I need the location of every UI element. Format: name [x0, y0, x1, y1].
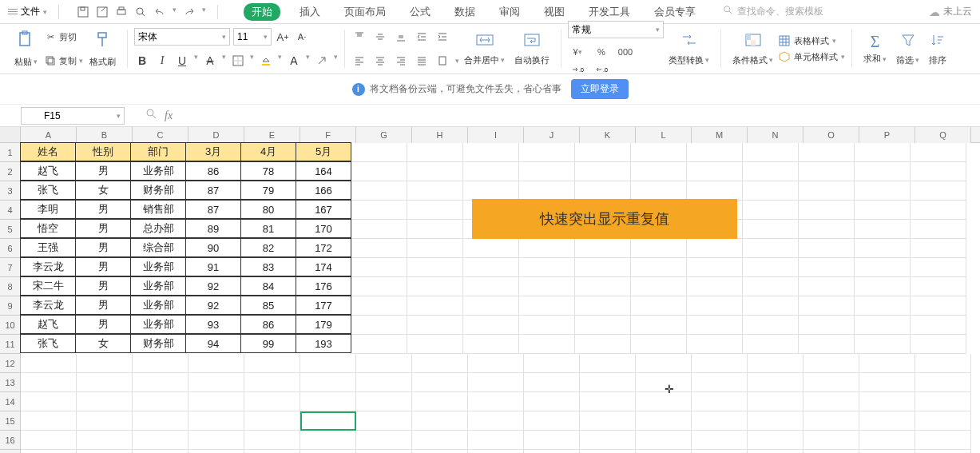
cell[interactable]: 176 — [296, 276, 351, 296]
cell[interactable] — [855, 220, 911, 239]
indent-decrease-icon[interactable] — [414, 29, 430, 45]
dropdown-icon[interactable]: ▾ — [202, 6, 206, 18]
cell[interactable] — [636, 373, 692, 392]
cell[interactable] — [244, 450, 300, 453]
cell[interactable] — [687, 143, 743, 162]
cell[interactable] — [687, 277, 743, 296]
cell[interactable] — [351, 162, 407, 181]
preview-icon[interactable] — [134, 6, 147, 18]
cell[interactable] — [636, 392, 692, 411]
cell[interactable]: 总办部 — [130, 219, 186, 238]
tab-page-layout[interactable]: 页面布局 — [339, 3, 391, 21]
column-header[interactable]: I — [468, 127, 524, 143]
cell[interactable]: 部门 — [130, 142, 186, 161]
cell[interactable] — [631, 335, 687, 354]
cell[interactable] — [743, 239, 799, 258]
increase-font-icon[interactable]: A+ — [275, 29, 291, 45]
cell[interactable]: 4月 — [240, 142, 296, 161]
formula-bar[interactable]: fx — [145, 108, 173, 123]
cell[interactable]: 男 — [75, 161, 131, 181]
border-button[interactable] — [230, 53, 246, 69]
cell[interactable] — [911, 181, 966, 201]
cell[interactable] — [21, 392, 77, 411]
row-header[interactable]: 9 — [0, 296, 21, 316]
cell[interactable] — [803, 354, 859, 373]
cell[interactable] — [575, 277, 631, 296]
cell[interactable] — [524, 354, 580, 373]
cell[interactable] — [859, 392, 915, 411]
cell[interactable]: 167 — [296, 200, 351, 219]
cell[interactable] — [631, 239, 687, 258]
cell[interactable] — [463, 239, 519, 258]
cell[interactable] — [855, 143, 911, 162]
cell[interactable] — [412, 431, 468, 450]
tab-data[interactable]: 数据 — [450, 3, 480, 21]
print-icon[interactable] — [115, 6, 128, 18]
cell[interactable]: 李云龙 — [20, 296, 76, 315]
row-header[interactable]: 10 — [0, 316, 21, 335]
cell[interactable] — [519, 277, 575, 296]
cell[interactable]: 91 — [185, 257, 241, 276]
cell[interactable] — [300, 354, 356, 373]
cell[interactable]: 男 — [75, 257, 131, 276]
tab-view[interactable]: 视图 — [539, 3, 569, 21]
cell[interactable] — [687, 296, 743, 316]
cell[interactable] — [407, 335, 463, 354]
cell[interactable] — [463, 296, 519, 316]
underline-button[interactable]: U — [174, 53, 190, 69]
cell[interactable] — [412, 373, 468, 392]
orientation-icon[interactable] — [434, 53, 450, 69]
cell[interactable] — [748, 373, 803, 392]
cell[interactable] — [580, 354, 636, 373]
cell[interactable] — [692, 411, 748, 431]
cell[interactable] — [468, 450, 524, 453]
cell[interactable]: 赵飞 — [20, 161, 76, 181]
cell[interactable] — [463, 181, 519, 201]
bold-button[interactable]: B — [134, 53, 150, 69]
cell[interactable] — [855, 316, 911, 335]
cell[interactable] — [351, 143, 407, 162]
cell[interactable] — [133, 373, 188, 392]
cell[interactable] — [351, 316, 407, 335]
cell[interactable] — [692, 373, 748, 392]
table-style-button[interactable]: 表格样式▾ — [778, 34, 845, 47]
row-header[interactable]: 8 — [0, 277, 21, 296]
column-header[interactable]: B — [77, 127, 133, 143]
cell[interactable]: 87 — [185, 200, 241, 219]
row-header[interactable]: 3 — [0, 181, 21, 201]
cell[interactable] — [468, 373, 524, 392]
cell[interactable] — [855, 181, 911, 201]
cell[interactable] — [859, 431, 915, 450]
cell[interactable] — [351, 258, 407, 277]
tab-review[interactable]: 审阅 — [494, 3, 525, 21]
cell[interactable] — [687, 239, 743, 258]
cell[interactable] — [911, 277, 966, 296]
conditional-format-button[interactable]: 条件格式▾ — [728, 30, 778, 68]
file-menu[interactable]: 文件 ▾ — [8, 5, 47, 18]
cell[interactable] — [188, 411, 244, 431]
cell[interactable] — [743, 181, 799, 201]
cell[interactable] — [407, 296, 463, 316]
cell[interactable] — [356, 431, 412, 450]
cell[interactable]: 女 — [75, 334, 131, 353]
cell[interactable]: 85 — [240, 296, 296, 315]
cell[interactable]: 99 — [240, 334, 296, 353]
cell[interactable] — [692, 431, 748, 450]
cell[interactable] — [911, 143, 966, 162]
cell[interactable]: 92 — [185, 296, 241, 315]
cell[interactable]: 男 — [75, 315, 131, 334]
cell[interactable] — [575, 335, 631, 354]
sum-button[interactable]: Σ 求和▾ — [859, 31, 891, 66]
cell[interactable]: 业务部 — [130, 315, 186, 334]
decrease-decimal-icon[interactable]: .0 — [592, 62, 611, 77]
cell[interactable] — [855, 239, 911, 258]
cell[interactable] — [351, 220, 407, 239]
cell[interactable] — [687, 181, 743, 201]
cell[interactable] — [631, 181, 687, 201]
cell[interactable] — [915, 411, 971, 431]
cell[interactable] — [468, 411, 524, 431]
cell[interactable] — [743, 316, 799, 335]
clear-format-button[interactable] — [314, 53, 330, 69]
cell[interactable] — [855, 258, 911, 277]
cell[interactable]: 82 — [240, 238, 296, 257]
